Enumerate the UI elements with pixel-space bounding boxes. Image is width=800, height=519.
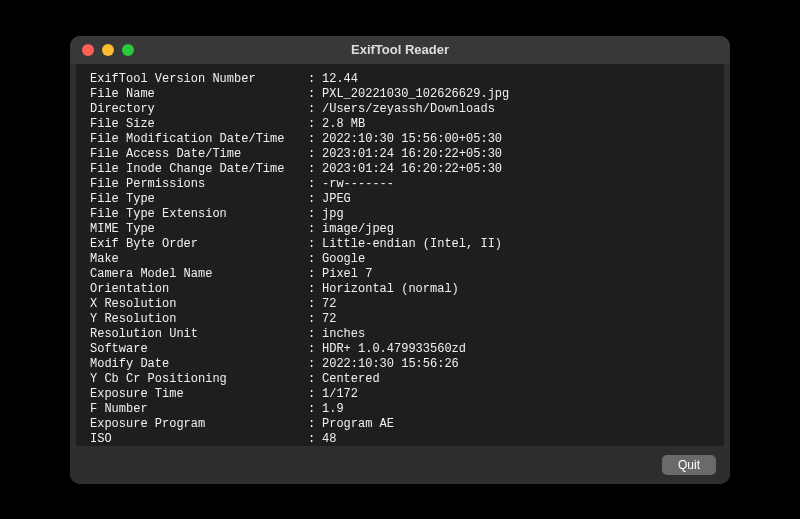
exif-value: 2023:01:24 16:20:22+05:30: [322, 162, 710, 177]
exif-row: File Type Extension: jpg: [90, 207, 710, 222]
exif-value: /Users/zeyassh/Downloads: [322, 102, 710, 117]
exif-row: File Name: PXL_20221030_102626629.jpg: [90, 87, 710, 102]
exif-value: JPEG: [322, 192, 710, 207]
exif-separator: :: [308, 72, 322, 87]
exif-separator: :: [308, 162, 322, 177]
exif-label: Modify Date: [90, 357, 308, 372]
exif-row: X Resolution: 72: [90, 297, 710, 312]
exif-value: Centered: [322, 372, 710, 387]
exif-label: File Inode Change Date/Time: [90, 162, 308, 177]
minimize-icon[interactable]: [102, 44, 114, 56]
exif-value: Horizontal (normal): [322, 282, 710, 297]
exif-row: Modify Date: 2022:10:30 15:56:26: [90, 357, 710, 372]
exif-label: F Number: [90, 402, 308, 417]
exif-separator: :: [308, 402, 322, 417]
exif-separator: :: [308, 357, 322, 372]
exif-separator: :: [308, 417, 322, 432]
exif-separator: :: [308, 387, 322, 402]
exif-label: Exposure Time: [90, 387, 308, 402]
exif-value: 48: [322, 432, 710, 446]
exif-row: Y Resolution: 72: [90, 312, 710, 327]
exif-value: Little-endian (Intel, II): [322, 237, 710, 252]
exif-label: File Modification Date/Time: [90, 132, 308, 147]
exif-value: jpg: [322, 207, 710, 222]
exif-separator: :: [308, 147, 322, 162]
exif-separator: :: [308, 312, 322, 327]
exif-separator: :: [308, 267, 322, 282]
window-title: ExifTool Reader: [70, 42, 730, 57]
exif-label: Exposure Program: [90, 417, 308, 432]
exif-row: File Access Date/Time: 2023:01:24 16:20:…: [90, 147, 710, 162]
exif-row: F Number: 1.9: [90, 402, 710, 417]
exif-label: Resolution Unit: [90, 327, 308, 342]
exif-value: HDR+ 1.0.479933560zd: [322, 342, 710, 357]
exif-separator: :: [308, 132, 322, 147]
exif-separator: :: [308, 327, 322, 342]
exif-row: Exif Byte Order: Little-endian (Intel, I…: [90, 237, 710, 252]
exif-row: Software: HDR+ 1.0.479933560zd: [90, 342, 710, 357]
exif-separator: :: [308, 102, 322, 117]
exif-value: 2.8 MB: [322, 117, 710, 132]
exif-row: Exposure Program: Program AE: [90, 417, 710, 432]
exif-value: -rw-------: [322, 177, 710, 192]
exif-label: Software: [90, 342, 308, 357]
exif-label: File Name: [90, 87, 308, 102]
exif-label: X Resolution: [90, 297, 308, 312]
exif-value: PXL_20221030_102626629.jpg: [322, 87, 710, 102]
exif-separator: :: [308, 252, 322, 267]
exif-row: File Modification Date/Time: 2022:10:30 …: [90, 132, 710, 147]
exif-value: Program AE: [322, 417, 710, 432]
content-area: ExifTool Version Number: 12.44File Name:…: [76, 64, 724, 446]
close-icon[interactable]: [82, 44, 94, 56]
exif-row: Directory: /Users/zeyassh/Downloads: [90, 102, 710, 117]
exif-label: MIME Type: [90, 222, 308, 237]
exif-value: 12.44: [322, 72, 710, 87]
exif-label: File Permissions: [90, 177, 308, 192]
exif-row: File Size: 2.8 MB: [90, 117, 710, 132]
traffic-lights: [70, 44, 134, 56]
exif-label: Directory: [90, 102, 308, 117]
exif-separator: :: [308, 432, 322, 446]
exif-row: Make: Google: [90, 252, 710, 267]
exif-row: ExifTool Version Number: 12.44: [90, 72, 710, 87]
exif-label: File Type: [90, 192, 308, 207]
exif-row: File Permissions: -rw-------: [90, 177, 710, 192]
exif-value: image/jpeg: [322, 222, 710, 237]
quit-button[interactable]: Quit: [662, 455, 716, 475]
exif-label: Exif Byte Order: [90, 237, 308, 252]
exif-value: 72: [322, 312, 710, 327]
exif-value: 2022:10:30 15:56:26: [322, 357, 710, 372]
exif-row: Y Cb Cr Positioning: Centered: [90, 372, 710, 387]
exif-separator: :: [308, 342, 322, 357]
maximize-icon[interactable]: [122, 44, 134, 56]
exif-separator: :: [308, 207, 322, 222]
exif-separator: :: [308, 237, 322, 252]
exif-separator: :: [308, 87, 322, 102]
exif-row: ISO: 48: [90, 432, 710, 446]
exif-label: ExifTool Version Number: [90, 72, 308, 87]
exif-separator: :: [308, 177, 322, 192]
exif-row: Exposure Time: 1/172: [90, 387, 710, 402]
exif-row: Camera Model Name: Pixel 7: [90, 267, 710, 282]
exif-value: 2023:01:24 16:20:22+05:30: [322, 147, 710, 162]
exif-table: ExifTool Version Number: 12.44File Name:…: [90, 72, 710, 446]
exif-separator: :: [308, 222, 322, 237]
exif-row: File Inode Change Date/Time: 2023:01:24 …: [90, 162, 710, 177]
exif-row: Resolution Unit: inches: [90, 327, 710, 342]
exif-row: Orientation: Horizontal (normal): [90, 282, 710, 297]
exif-label: File Size: [90, 117, 308, 132]
exif-label: Y Cb Cr Positioning: [90, 372, 308, 387]
exif-value: 72: [322, 297, 710, 312]
titlebar: ExifTool Reader: [70, 36, 730, 64]
exif-label: Camera Model Name: [90, 267, 308, 282]
exif-label: Orientation: [90, 282, 308, 297]
exif-value: Google: [322, 252, 710, 267]
exif-row: MIME Type: image/jpeg: [90, 222, 710, 237]
exif-row: File Type: JPEG: [90, 192, 710, 207]
exif-separator: :: [308, 297, 322, 312]
exif-value: 1.9: [322, 402, 710, 417]
exif-label: ISO: [90, 432, 308, 446]
exif-separator: :: [308, 372, 322, 387]
exif-value: inches: [322, 327, 710, 342]
exif-separator: :: [308, 117, 322, 132]
